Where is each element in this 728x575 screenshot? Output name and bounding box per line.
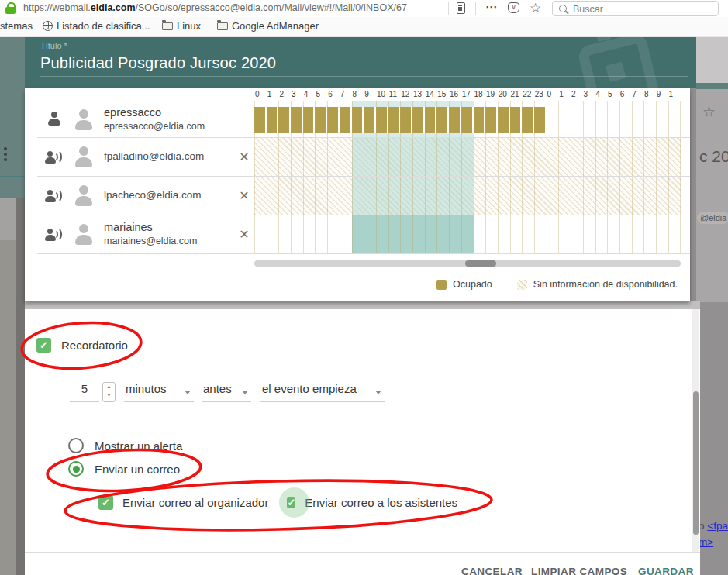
email-link[interactable]: <fpa [707,520,728,532]
send-to-attendees-checkbox[interactable]: ✓ [287,497,295,508]
reminder-relation-select[interactable]: antes [202,382,251,402]
row-divider [37,215,690,215]
sogo-logo-watermark [576,37,661,88]
radio-row-email: Enviar un correo [68,461,180,477]
toolbar-divider [448,2,449,15]
event-star-icon: ☆ [702,103,716,121]
legend: Ocupado Sin información de disponibilida… [436,279,678,290]
bookmark-item-admanager[interactable]: Google AdManager [217,20,319,32]
attendee-row: fpalladino@eldia.com ✕ [25,137,254,176]
availability-panel: epressacco epressacco@eldia.com fpalladi… [25,88,690,301]
attendee-chip-fragment: @eldia [697,212,728,224]
attendee-row: mariaines mariaines@eldia.com ✕ [25,215,254,253]
organizer-person-icon [45,110,64,129]
attendee-email: lpacheco@eldia.com [104,188,226,202]
reader-mode-icon[interactable] [457,2,465,14]
bookmark-star-icon[interactable]: ☆ [530,0,541,16]
avatar [72,108,95,131]
row-divider [37,253,690,254]
send-to-organizer-checkbox[interactable]: ✓ [98,495,113,510]
attendee-speaking-icon [45,225,64,243]
ssl-lock-icon[interactable] [5,2,16,15]
page-actions-icon[interactable]: ⋯ [485,0,498,14]
attendee-email: fpalladino@eldia.com [104,150,226,164]
bookmark-item-linux[interactable]: Linux [162,20,201,32]
attendee-name: epressacco [104,105,254,120]
cancel-button[interactable]: CANCELAR [461,566,523,575]
title-field-label: Título * [40,41,67,50]
card-gap [25,301,700,309]
reminder-checkbox-row: ✓ Recordatorio [36,338,128,353]
dimmed-background-left [0,37,25,575]
attendee-email: mariaines@eldia.com [104,235,226,247]
busy-blocks [254,107,547,133]
dialog-footer: CANCELAR LIMPIAR CAMPOS GUARDAR [25,552,700,575]
remove-attendee-icon[interactable]: ✕ [234,188,254,203]
avatar [72,145,95,168]
quantity-stepper[interactable]: ▲▼ [102,382,116,402]
attendee-row: lpacheco@eldia.com ✕ [25,176,254,215]
browser-toolbar: https://webmail.eldia.com/SOGo/so/epress… [0,0,728,18]
reminder-label: Recordatorio [61,339,128,352]
background-email-links: o <fpa m> [699,518,728,550]
search-placeholder: Buscar [573,4,603,15]
url-bar[interactable]: https://webmail.eldia.com/SOGo/so/epress… [23,2,446,13]
event-time-band [352,176,474,215]
background-event-title-fragment: c 20 [699,147,728,166]
hour-labels: 0123456789101112131415161718192021222301… [254,90,681,100]
reminder-panel: ✓ Recordatorio 5 ▲▼ minutos antes el eve… [25,309,700,552]
attendee-speaking-icon [45,186,64,205]
toolbar-divider [475,2,476,15]
busy-swatch [436,280,447,290]
radio-show-alert[interactable] [68,438,84,453]
legend-busy-label: Ocupado [453,279,492,290]
chevron-down-icon [375,391,381,394]
bookmarks-bar: stemas Listado de clasifica... Linux Goo… [0,17,728,37]
send-to-attendees-label: Enviar correo a los asistentes [305,496,457,509]
attendee-email: epressacco@eldia.com [104,120,254,133]
search-input[interactable]: Buscar [552,1,719,16]
grid-horizontal-scrollbar[interactable] [254,260,681,267]
send-to-organizer-label: Enviar correo al organizador [122,496,268,509]
email-link[interactable]: m> [699,536,713,548]
search-icon [559,5,567,12]
event-time-band [352,137,474,176]
folder-icon [217,22,228,30]
dialog-header: Título * Publicidad Posgrado Jursoc 2020 [25,37,696,88]
attendee-speaking-icon [45,147,64,166]
chevron-down-icon [242,391,248,394]
send-to-attendees-checkbox-halo: ✓ [287,495,295,510]
bookmark-item-sistemas[interactable]: stemas [0,20,33,32]
radio-row-alert: Mostrar un alerta [68,438,182,453]
radio-send-email[interactable] [68,461,84,477]
screen: https://webmail.eldia.com/SOGo/so/epress… [0,0,728,575]
remove-attendee-icon[interactable]: ✕ [234,150,254,164]
remove-attendee-icon[interactable]: ✕ [234,227,254,242]
attendee-name: mariaines [104,220,226,235]
row-divider [37,176,690,177]
radio-alert-label: Mostrar un alerta [95,439,182,453]
reminder-quantity-input[interactable]: 5 [70,382,99,402]
avatar [72,184,95,207]
scrollbar-thumb[interactable] [693,391,699,535]
pocket-icon[interactable]: ∨ [508,2,519,13]
row-divider [37,137,690,138]
title-input[interactable]: Publicidad Posgrado Jursoc 2020 [40,54,276,72]
radio-email-label: Enviar un correo [95,463,180,476]
bookmark-item-listado[interactable]: Listado de clasifica... [43,20,150,32]
freebusy-grid[interactable]: 0123456789101112131415161718192021222301… [254,88,681,267]
globe-icon [43,21,53,31]
kebab-menu-icon [4,147,7,163]
attendee-row-organizer: epressacco epressacco@eldia.com [25,101,254,137]
legend-no-info-label: Sin información de disponibilidad. [533,279,678,290]
reminder-reference-select[interactable]: el evento empieza [260,382,385,402]
scrollbar-thumb[interactable] [465,260,496,267]
reminder-unit-select[interactable]: minutos [124,382,194,402]
clear-fields-button[interactable]: LIMPIAR CAMPOS [531,566,627,575]
save-button[interactable]: GUARDAR [638,566,694,575]
reminder-checkbox[interactable]: ✓ [36,338,51,353]
folder-icon [162,22,173,30]
avatar [72,222,95,246]
event-time-band [352,215,474,253]
dimmed-background-right: ☆ c 20 @eldia o <fpa m> [696,37,728,575]
